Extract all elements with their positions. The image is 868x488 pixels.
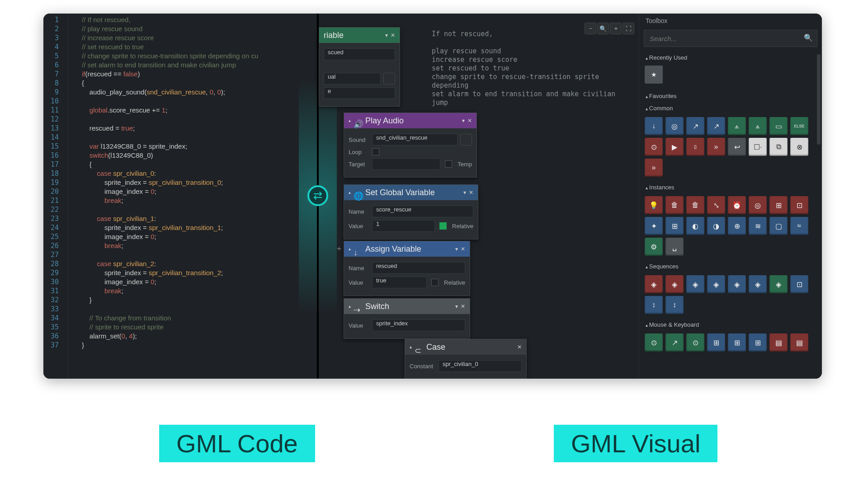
toolbox-tile[interactable]: ⟁ [749, 117, 767, 135]
toolbox-tile[interactable]: 💡 [645, 196, 663, 214]
toolbox-tile[interactable]: ⊙ [686, 333, 704, 352]
node-controls[interactable]: ▾✕ [459, 113, 472, 128]
toolbox-tile[interactable]: ◈ [749, 275, 767, 293]
toolbox-tile[interactable]: ◈ [707, 275, 725, 293]
toolbox-section-header[interactable]: Instances [639, 181, 822, 193]
toolbox-tile[interactable]: » [645, 159, 663, 177]
toolbox-tile[interactable]: ▤ [769, 333, 788, 352]
toolbox-search: 🔍 [644, 30, 817, 47]
toolbox-tile[interactable]: ⊞ [707, 333, 725, 352]
toolbox-section-header[interactable]: Favourites [639, 90, 822, 102]
node-controls[interactable]: ▾✕ [382, 28, 395, 43]
toolbox-tile[interactable]: ⚙ [645, 238, 663, 256]
visual-pane[interactable]: － 🔍 ＋ ⛶ If not rescued, play rescue soun… [319, 14, 639, 379]
toolbox-tile[interactable]: ⊡ [790, 275, 808, 293]
collapse-icon[interactable]: ▴ [349, 113, 351, 128]
toolbox-tile[interactable]: ⊗ [790, 138, 808, 156]
toolbox-tile[interactable]: ⊙ [645, 333, 663, 352]
toolbox-tile[interactable]: ◈ [769, 275, 788, 293]
value-field[interactable]: 1 [372, 220, 435, 232]
toolbox-tile[interactable]: ⤡ [707, 196, 725, 214]
toolbox-tile[interactable]: ↕ [665, 296, 684, 314]
node-controls[interactable]: ▾✕ [453, 241, 465, 257]
toolbox-tile[interactable]: ↕ [645, 296, 663, 314]
search-icon[interactable]: 🔍 [804, 33, 813, 42]
loop-checkbox[interactable] [372, 148, 379, 155]
toolbox-tile[interactable]: ⏰ [728, 196, 746, 214]
toolbox-tile[interactable]: ◎ [749, 196, 767, 214]
toolbox-section-header[interactable]: Sequences [639, 260, 822, 272]
sound-picker-button[interactable] [460, 134, 472, 145]
toolbox-tile[interactable]: ◈ [728, 275, 746, 293]
collapse-icon[interactable]: ▴ [349, 185, 351, 200]
toolbox-tile[interactable]: 🗑 [665, 196, 684, 214]
toolbox-tile[interactable]: ▭ [769, 117, 788, 135]
toolbox-tile[interactable]: ◈ [686, 275, 704, 293]
toolbox-tile[interactable]: ELSE [790, 117, 808, 135]
toolbox-section-header[interactable]: Recently Used [639, 52, 822, 64]
toolbox-tile[interactable]: ↩ [728, 138, 746, 156]
collapse-icon[interactable]: ▴ [410, 339, 412, 355]
toolbox-tile[interactable]: ⊡ [790, 196, 808, 214]
recent-tile[interactable]: ★ [645, 66, 663, 84]
toolbox-tile[interactable]: ◎ [665, 117, 684, 135]
toolbox-tile[interactable]: ⟁ [728, 117, 746, 135]
node-controls[interactable]: ▾✕ [453, 299, 465, 314]
value-field[interactable]: sprite_index [372, 319, 465, 331]
toolbox-tile[interactable]: ◑ [707, 217, 725, 235]
toolbox-tile[interactable]: ⧉ [769, 138, 788, 156]
toolbox-tile[interactable]: ↓ [645, 117, 663, 135]
toolbox-tile[interactable]: ↗ [686, 117, 704, 135]
toolbox-section-header[interactable]: Common [639, 102, 822, 114]
node-set-global-variable[interactable]: ▴ 🌐 Set Global Variable ▾✕ Name score_re… [344, 184, 478, 239]
value-field[interactable]: true [372, 277, 427, 288]
toolbox-panel: Toolbox 🔍 Recently Used★FavouritesCommon… [639, 14, 822, 379]
add-input-icon[interactable]: ＋ [335, 244, 343, 253]
dropdown-button[interactable] [383, 73, 395, 84]
node-controls[interactable]: ▾✕ [461, 185, 473, 200]
toolbox-tile[interactable]: ▤ [790, 333, 808, 352]
toolbox-tile[interactable]: ◈ [665, 275, 684, 293]
node-switch[interactable]: ▴ ⇢ Switch ▾✕ Value sprite_index [344, 298, 470, 339]
code-pane[interactable]: // If not rescued,// play rescue sound//… [71, 14, 343, 379]
toolbox-tile[interactable]: ⊕ [728, 217, 746, 235]
toolbox-tile[interactable]: 🗑 [686, 196, 704, 214]
target-field[interactable] [372, 158, 440, 170]
divider-handle[interactable]: ⇄ [307, 185, 328, 206]
node-case[interactable]: ▴ ⊂ Case ✕ Constant spr_civilian_0 [405, 339, 527, 379]
toolbox-tile[interactable]: ↗ [707, 117, 725, 135]
sound-field[interactable]: snd_civilian_rescue [372, 134, 458, 145]
toolbox-scrollbar[interactable] [817, 54, 821, 145]
name-field[interactable]: score_rescue [372, 206, 473, 217]
toolbox-section-header[interactable]: Mouse & Keyboard [639, 319, 822, 331]
collapse-icon[interactable]: ▴ [349, 241, 351, 257]
toolbox-tile[interactable]: ⊞ [665, 217, 684, 235]
search-input[interactable] [644, 30, 817, 47]
toolbox-tile[interactable]: ☐· [749, 138, 767, 156]
toolbox-tile[interactable]: ⊙ [645, 138, 663, 156]
toolbox-tile[interactable]: ⊞ [749, 333, 767, 352]
toolbox-tile[interactable]: ◈ [645, 275, 663, 293]
toolbox-tile[interactable]: » [707, 138, 725, 156]
constant-field[interactable]: spr_civilian_0 [439, 360, 522, 372]
relative-checkbox[interactable] [431, 279, 439, 286]
collapse-icon[interactable]: ▴ [349, 299, 351, 314]
node-assign-variable[interactable]: ▴ ↓ Assign Variable ▾✕ Name rescued Valu… [344, 241, 470, 296]
node-controls[interactable]: ✕ [514, 339, 522, 355]
toolbox-tile[interactable]: ⊞ [728, 333, 746, 352]
toolbox-tile[interactable]: ↗ [665, 333, 684, 352]
toolbox-tile[interactable]: ▶ [665, 138, 684, 156]
toolbox-tile[interactable]: ␣ [665, 238, 684, 256]
toolbox-tile[interactable]: ≈ [790, 217, 808, 235]
toolbox-tile[interactable]: ✦ [645, 217, 663, 235]
toolbox-tile[interactable]: ⊞ [769, 196, 788, 214]
toolbox-tile[interactable]: ▢ [769, 217, 788, 235]
relative-checkbox[interactable] [439, 222, 447, 230]
node-play-audio[interactable]: ▴ 🔊 Play Audio ▾✕ Sound snd_civilian_res… [344, 113, 477, 178]
toolbox-tile[interactable]: {} [686, 138, 704, 156]
name-field[interactable]: rescued [372, 262, 465, 274]
temp-checkbox[interactable] [445, 160, 452, 168]
toolbox-tile[interactable]: ≋ [749, 217, 767, 235]
node-if-variable[interactable]: riable ▾✕ scued ual e [319, 27, 400, 107]
toolbox-tile[interactable]: ◐ [686, 217, 704, 235]
